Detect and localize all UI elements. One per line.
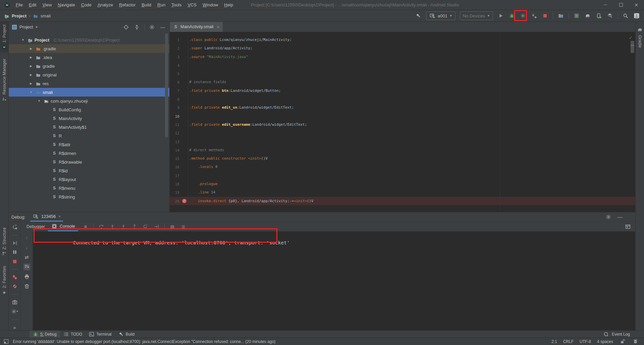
expand-collapse-icon[interactable] [133,24,140,31]
menu-tools[interactable]: Tools [168,0,184,10]
tree-item-r-dimen[interactable]: SR$dimen [9,149,169,158]
gutter[interactable]: 7 [170,87,188,95]
tree-item-project[interactable]: ▼ProjectC:\Users\12550\Desktop\1\Project [9,36,169,44]
resume-icon[interactable] [11,240,18,246]
clear-console-icon[interactable] [23,283,30,290]
gutter[interactable]: 18 [170,180,188,188]
sidebar-item-resource-manager[interactable]: Resource Manager [0,56,8,104]
readonly-lock-icon[interactable] [619,338,626,345]
gutter[interactable]: 16 [170,163,188,171]
locate-file-icon[interactable] [123,24,129,31]
breadcrumb-project[interactable]: Project [12,13,26,18]
debug-session-tab[interactable]: 123456 × [30,212,63,222]
soft-wrap-icon[interactable]: ⇄ [23,254,30,261]
bottom-tab-build[interactable]: Build [115,331,138,338]
run-emulator-icon[interactable] [573,12,580,19]
tree-item--idea[interactable]: ▶.idea [9,53,169,62]
debug-console[interactable]: Connected to the target VM, address: 'lo… [33,231,635,330]
view-options-icon[interactable]: ≣ [180,223,187,230]
gradle-sync-icon[interactable] [584,12,591,19]
gutter[interactable]: 9 [170,103,188,112]
print-icon[interactable] [23,273,30,280]
menu-window[interactable]: Window [200,0,221,10]
evaluate-icon[interactable]: ▦ [169,223,176,230]
debug-bug-icon[interactable] [508,12,515,19]
build-hammer-icon[interactable] [415,12,422,19]
close-button[interactable]: ✕ [629,0,644,10]
search-everywhere-icon[interactable] [622,12,629,19]
gutter[interactable]: 17 [170,171,188,180]
gutter[interactable]: 15 [170,154,188,163]
sidebar-item-structure[interactable]: Z: Structure [0,225,8,258]
tree-item-r-layout[interactable]: SR$layout [9,175,169,184]
build-hammer-icon[interactable] [118,331,124,338]
profile-apk-icon[interactable] [557,12,564,19]
thread-dump-camera-icon[interactable] [11,300,18,305]
sidebar-item-favorites[interactable]: 2: Favorites ★ [0,263,8,298]
user-avatar-icon[interactable] [633,12,640,19]
avd-manager-icon[interactable] [595,12,602,19]
rerun-debug-icon[interactable] [11,224,18,230]
indent-setting[interactable]: 4 spaces [597,339,613,344]
gutter[interactable]: 2 [170,44,188,52]
profile-icon[interactable] [520,12,526,19]
gutter[interactable]: 13 [170,137,188,146]
menu-refactor[interactable]: Refactor [116,0,139,10]
console-icon[interactable] [51,223,58,230]
gutter[interactable]: 6 [170,78,188,86]
menu-vcs[interactable]: VCS [184,0,200,10]
gutter[interactable]: 3 [170,53,188,61]
debug-settings-gear-icon[interactable] [11,309,18,314]
tree-item-smali[interactable]: ▼smali [9,88,169,97]
close-session-icon[interactable]: × [58,214,61,219]
gutter[interactable]: 5 [170,69,188,78]
tree-item-res[interactable]: ▶res [9,79,169,88]
pause-icon[interactable] [11,249,18,255]
gutter[interactable]: 8 [170,95,188,103]
toggle-tool-window-bars-icon[interactable] [3,338,9,345]
scroll-to-end-icon[interactable] [23,264,30,270]
code-editor[interactable]: 1.class public Lcom/qianyu/zhuceji/MainA… [170,32,635,205]
gutter[interactable]: 12 [170,129,188,137]
menu-run[interactable]: Run [154,0,168,10]
bottom-tab-terminal[interactable]: Terminal [86,331,115,338]
panel-settings-gear-icon[interactable] [149,24,155,31]
chevron-down-icon[interactable]: ▼ [35,25,38,29]
tree-item-r[interactable]: SR [9,131,169,140]
tree-item-r-menu[interactable]: SR$menu [9,184,169,192]
tree-item--gradle[interactable]: ▶.gradle [9,44,169,53]
tree-item-mainactivity[interactable]: SMainActivity [9,114,169,123]
menu-build[interactable]: Build [139,0,154,10]
debug-bug-icon[interactable] [33,331,38,338]
step-out-icon[interactable] [131,223,138,230]
inspection-ok-icon[interactable]: ✓ [629,35,633,40]
step-over-icon[interactable] [98,223,105,230]
status-message[interactable]: Error running 'ddddddd': Unable to open … [13,339,275,344]
gutter[interactable]: 11 [170,120,188,129]
run-icon[interactable] [497,12,504,19]
layout-options-icon[interactable]: ≡ [82,223,89,230]
editor-scrollbar[interactable] [631,41,634,53]
tree-item-r-drawable[interactable]: SR$drawable [9,158,169,166]
close-tab-icon[interactable]: × [217,24,219,30]
debug-tab-debugger[interactable]: Debugger [23,222,48,231]
tree-item-gradle[interactable]: ▶gradle [9,62,169,70]
run-to-cursor-icon[interactable] [153,223,160,230]
menu-analyze[interactable]: Analyze [95,0,116,10]
gutter[interactable]: 19 [170,188,188,196]
gutter[interactable]: 4 [170,61,188,69]
device-selector[interactable]: No Devices ▼ [460,11,493,20]
hide-debug-panel-icon[interactable]: — [616,214,623,220]
gutter[interactable]: 14 [170,146,188,154]
menu-file[interactable]: File [13,0,26,10]
hide-panel-icon[interactable]: — [159,24,166,31]
attach-debugger-icon[interactable] [531,12,537,19]
up-stack-icon[interactable]: ↑ [23,234,30,241]
project-tree-scrollbar[interactable] [165,34,168,137]
menu-code[interactable]: Code [78,0,95,10]
todo-icon[interactable] [63,331,69,338]
project-panel-title[interactable]: Project [19,24,33,30]
tree-item-buildconfig[interactable]: SBuildConfig [9,105,169,114]
maximize-button[interactable] [613,0,629,10]
debug-tab-console[interactable]: Console [48,222,78,231]
